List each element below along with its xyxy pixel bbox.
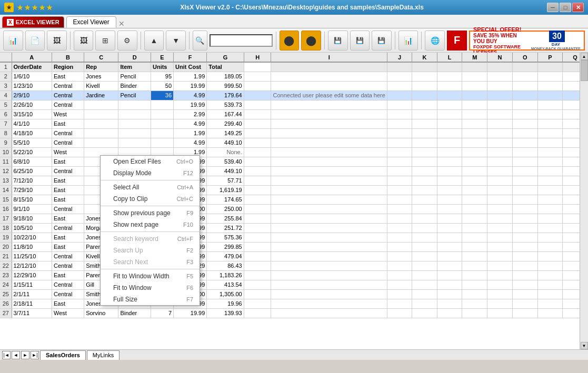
cell-M27[interactable] <box>462 308 487 318</box>
cell-B5[interactable]: Central <box>52 100 84 109</box>
cell-I1[interactable] <box>271 62 387 72</box>
cell-E5[interactable] <box>151 100 173 109</box>
cell-L20[interactable] <box>437 242 462 251</box>
table-row[interactable]: 63/15/10West2.99167.44 <box>0 109 588 119</box>
cell-O27[interactable] <box>512 308 537 318</box>
cell-N4[interactable] <box>487 90 513 100</box>
cell-L13[interactable] <box>437 176 462 185</box>
table-row[interactable]: 52/26/10Central19.99539.73 <box>0 100 588 109</box>
cell-K14[interactable] <box>412 185 437 195</box>
cell-N15[interactable] <box>487 195 513 204</box>
settings-button[interactable]: ⚙ <box>117 31 137 51</box>
cell-H11[interactable] <box>244 157 271 166</box>
vertical-scrollbar[interactable]: ▲ ▼ <box>580 53 588 349</box>
cell-H3[interactable] <box>244 81 271 90</box>
cell-N21[interactable] <box>487 251 513 261</box>
cell-E27[interactable]: 7 <box>151 308 173 318</box>
cell-L3[interactable] <box>437 81 462 90</box>
cell-B2[interactable]: East <box>52 72 84 81</box>
cell-J25[interactable] <box>387 289 412 299</box>
cell-J7[interactable] <box>387 119 412 128</box>
cell-O16[interactable] <box>512 204 537 214</box>
chart-button[interactable]: 📊 <box>398 31 418 51</box>
context-menu-item[interactable]: Fit to WindowF6 <box>101 282 200 294</box>
cell-G16[interactable]: 250.00 <box>207 204 244 214</box>
cell-I18[interactable] <box>271 223 387 233</box>
cell-G10[interactable]: None. <box>207 147 244 157</box>
cell-M15[interactable] <box>462 195 487 204</box>
cell-P27[interactable] <box>537 308 563 318</box>
cell-P23[interactable] <box>537 270 563 280</box>
cell-B27[interactable]: West <box>52 308 84 318</box>
cell-D5[interactable] <box>118 100 151 109</box>
cell-L19[interactable] <box>437 233 462 242</box>
cell-F3[interactable]: 19.99 <box>174 81 207 90</box>
cell-H19[interactable] <box>244 233 271 242</box>
table-row[interactable]: 262/18/11EastJonesBinder44.9919.96 <box>0 299 588 308</box>
cell-M17[interactable] <box>462 214 487 223</box>
cell-L25[interactable] <box>437 289 462 299</box>
sheet-tab-mylinks[interactable]: MyLinks <box>87 350 119 360</box>
cell-L27[interactable] <box>437 308 462 318</box>
cell-N14[interactable] <box>487 185 513 195</box>
cell-E3[interactable]: 50 <box>151 81 173 90</box>
cell-M11[interactable] <box>462 157 487 166</box>
cell-O19[interactable] <box>512 233 537 242</box>
cell-A15[interactable]: 8/15/10 <box>12 195 52 204</box>
cell-J23[interactable] <box>387 270 412 280</box>
tab-excel-viewer-logo[interactable]: X EXCEL VIEWER <box>2 16 64 28</box>
cell-K21[interactable] <box>412 251 437 261</box>
cell-K24[interactable] <box>412 280 437 289</box>
cell-J18[interactable] <box>387 223 412 233</box>
cell-H6[interactable] <box>244 109 271 119</box>
cell-J6[interactable] <box>387 109 412 119</box>
cell-P15[interactable] <box>537 195 563 204</box>
cell-B11[interactable]: East <box>52 157 84 166</box>
cell-P25[interactable] <box>537 289 563 299</box>
cell-L4[interactable] <box>437 90 462 100</box>
context-menu-item[interactable]: Open Excel FilesCtrl+O <box>101 156 200 167</box>
table-row[interactable]: 147/29/10East19.991,619.19 <box>0 185 588 195</box>
cell-K26[interactable] <box>412 299 437 308</box>
grid-container[interactable]: A B C D E F G H I J K L M N O P Q <box>0 53 588 349</box>
cell-G7[interactable]: 299.40 <box>207 119 244 128</box>
table-row[interactable]: 241/15/11CentralGillBinder468.99413.54 <box>0 280 588 289</box>
cell-H16[interactable] <box>244 204 271 214</box>
cell-N1[interactable] <box>487 62 513 72</box>
cell-L17[interactable] <box>437 214 462 223</box>
cell-J14[interactable] <box>387 185 412 195</box>
cell-D4[interactable]: Pencil <box>118 90 151 100</box>
close-button[interactable]: ✕ <box>572 3 584 12</box>
cell-B8[interactable]: Central <box>52 128 84 138</box>
cell-P5[interactable] <box>537 100 563 109</box>
cell-G5[interactable]: 539.73 <box>207 100 244 109</box>
cell-O14[interactable] <box>512 185 537 195</box>
cell-H1[interactable] <box>244 62 271 72</box>
cell-P17[interactable] <box>537 214 563 223</box>
cell-P20[interactable] <box>537 242 563 251</box>
cell-F6[interactable]: 2.99 <box>174 109 207 119</box>
cell-K12[interactable] <box>412 166 437 176</box>
search-button[interactable]: 🔍 <box>193 31 207 51</box>
cell-F5[interactable]: 19.99 <box>174 100 207 109</box>
cell-I21[interactable] <box>271 251 387 261</box>
scroll-up-button[interactable]: ▲ <box>581 53 588 60</box>
cell-N12[interactable] <box>487 166 513 176</box>
cell-J19[interactable] <box>387 233 412 242</box>
cell-J27[interactable] <box>387 308 412 318</box>
cell-H15[interactable] <box>244 195 271 204</box>
cell-N24[interactable] <box>487 280 513 289</box>
cell-K11[interactable] <box>412 157 437 166</box>
cell-L7[interactable] <box>437 119 462 128</box>
table-row[interactable]: 2312/29/10EastParentPen Set7415.991,183.… <box>0 270 588 280</box>
table-row[interactable]: 2111/25/10CentralKivellPen Set964.99479.… <box>0 251 588 261</box>
cell-H23[interactable] <box>244 270 271 280</box>
ad-banner[interactable]: SPECIAL OFFER! SAVE 35% WHEN YOU BUY FOX… <box>469 31 585 51</box>
cell-A9[interactable]: 5/5/10 <box>12 138 52 147</box>
cell-P11[interactable] <box>537 157 563 166</box>
cell-N20[interactable] <box>487 242 513 251</box>
cell-A11[interactable]: 6/8/10 <box>12 157 52 166</box>
cell-M8[interactable] <box>462 128 487 138</box>
cell-H10[interactable] <box>244 147 271 157</box>
cell-O2[interactable] <box>512 72 537 81</box>
